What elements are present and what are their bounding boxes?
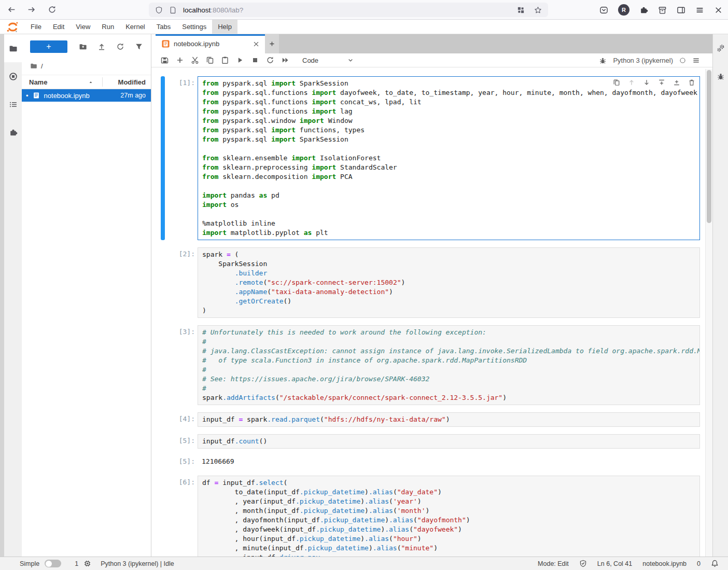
menu-item-kernel[interactable]: Kernel — [120, 20, 151, 34]
kernel-chip-icon[interactable] — [83, 560, 91, 567]
breadcrumb-root[interactable]: / — [41, 62, 43, 70]
cell-collapser[interactable] — [161, 412, 165, 427]
kernel-status-text[interactable]: Python 3 (ipykernel) | Idle — [101, 560, 174, 567]
close-window-icon[interactable] — [714, 6, 723, 15]
filter-icon[interactable] — [135, 43, 143, 51]
forward-icon[interactable] — [27, 5, 36, 14]
cell-editor[interactable]: # Unfortunately this is needed to work a… — [198, 325, 700, 405]
trust-shield-icon[interactable] — [579, 560, 587, 567]
column-name[interactable]: Name — [22, 78, 47, 86]
output-collapser[interactable] — [161, 455, 165, 468]
tab-label[interactable]: notebook.ipynb — [174, 40, 253, 48]
file-row-notebook[interactable]: • notebook.ipynb 27m ago — [22, 89, 151, 102]
save-button[interactable] — [161, 56, 169, 64]
notebook-scrollbar[interactable] — [705, 69, 712, 557]
menu-item-help[interactable]: Help — [212, 20, 237, 34]
bell-icon[interactable] — [711, 560, 719, 567]
insert-cell-button[interactable] — [176, 56, 184, 64]
menu-item-edit[interactable]: Edit — [47, 20, 70, 34]
file-list-header: Name Modified — [22, 75, 151, 89]
restart-run-all-button[interactable] — [281, 56, 289, 64]
interrupt-kernel-button[interactable] — [251, 56, 259, 64]
restart-kernel-button[interactable] — [266, 56, 274, 64]
delete-cell-button[interactable] — [688, 79, 695, 86]
reload-icon[interactable] — [48, 5, 57, 14]
containers-icon[interactable] — [517, 6, 525, 14]
tab-property-inspector[interactable] — [713, 34, 728, 62]
notebook-cell: [1]:from pyspark.sql import SparkSession… — [161, 76, 700, 240]
menu-item-settings[interactable]: Settings — [176, 20, 212, 34]
move-cell-down-button[interactable] — [643, 79, 650, 86]
column-modified[interactable]: Modified — [118, 78, 146, 86]
profile-avatar[interactable]: R — [618, 4, 629, 16]
tab-debugger[interactable] — [713, 62, 728, 90]
menu-item-run[interactable]: Run — [96, 20, 120, 34]
terminals-count[interactable]: 1 — [75, 560, 78, 567]
code-line: import pandas as pd — [202, 191, 695, 200]
cell-editor[interactable]: input_df.count() — [198, 434, 700, 449]
url-bar[interactable]: localhost:8080/lab? — [149, 3, 548, 17]
cell-editor[interactable]: from pyspark.sql import SparkSessionfrom… — [198, 76, 700, 240]
refresh-icon[interactable] — [116, 43, 124, 51]
notebook-scroll-area[interactable]: [1]:from pyspark.sql import SparkSession… — [151, 67, 712, 557]
mode-indicator[interactable]: Mode: Edit — [538, 560, 569, 567]
shield-icon[interactable] — [155, 6, 163, 14]
cell-editor[interactable]: spark = ( SparkSession .builder .remote(… — [198, 247, 700, 318]
cut-cells-button[interactable] — [191, 56, 199, 64]
cell-type-dropdown[interactable]: Code — [302, 57, 354, 64]
new-folder-icon[interactable] — [79, 43, 87, 51]
folder-icon[interactable] — [30, 62, 37, 69]
upload-icon[interactable] — [97, 43, 106, 51]
scrollbar-thumb[interactable] — [707, 70, 711, 223]
hamburger-menu-icon[interactable] — [695, 6, 704, 15]
cell-input-prompt: [2]: — [165, 247, 198, 318]
right-activity-bar — [712, 34, 728, 557]
tab-close-icon[interactable] — [253, 40, 260, 48]
cell-collapser[interactable] — [161, 325, 165, 405]
kernel-status-icon[interactable] — [679, 57, 686, 64]
cell-editor[interactable]: df = input_df.select( to_date(input_df.p… — [198, 476, 700, 557]
cell-editor[interactable]: input_df = spark.read.parquet("hdfs://hd… — [198, 412, 700, 427]
cursor-position[interactable]: Ln 6, Col 41 — [597, 560, 632, 567]
run-cell-button[interactable] — [236, 56, 244, 64]
menu-item-view[interactable]: View — [70, 20, 96, 34]
cell-output-text: 12106669 — [198, 455, 700, 468]
tab-file-browser[interactable] — [4, 34, 22, 62]
tab-notebook[interactable]: notebook.ipynb — [156, 34, 265, 53]
paste-cells-button[interactable] — [221, 56, 229, 64]
cell-collapser[interactable] — [161, 476, 165, 557]
cell-collapser[interactable] — [161, 76, 165, 240]
kernel-menu-icon[interactable] — [692, 57, 700, 64]
toc-icon — [9, 100, 18, 109]
debugger-bug-icon[interactable] — [599, 57, 607, 64]
cell-collapser[interactable] — [161, 434, 165, 449]
archive-icon[interactable] — [658, 6, 667, 15]
bookmark-star-icon[interactable] — [534, 6, 542, 14]
main-area: + / Name Modified • notebook.ipynb 27m a… — [0, 34, 728, 557]
insert-cell-above-button[interactable] — [658, 79, 665, 86]
code-line: , year(input_df.pickup_datetime).alias('… — [202, 497, 695, 506]
tab-running-sessions[interactable] — [4, 62, 22, 90]
pocket-icon[interactable] — [599, 6, 608, 15]
tab-table-of-contents[interactable] — [4, 90, 22, 118]
new-tab-button[interactable] — [265, 34, 279, 53]
duplicate-cell-button[interactable] — [613, 79, 620, 86]
menu-item-file[interactable]: File — [25, 20, 47, 34]
new-launcher-button[interactable]: + — [30, 40, 67, 53]
notifications-count[interactable]: 0 — [697, 560, 701, 567]
back-icon[interactable] — [7, 5, 16, 14]
breadcrumb[interactable]: / — [22, 59, 151, 73]
extensions-puzzle-icon[interactable] — [639, 6, 648, 15]
file-browser-toolbar: + — [22, 34, 151, 59]
cell-collapser[interactable] — [161, 247, 165, 318]
copy-cells-button[interactable] — [206, 56, 214, 64]
code-line: from pyspark.sql.window import Window — [202, 116, 695, 126]
menu-item-tabs[interactable]: Tabs — [151, 20, 176, 34]
insert-cell-below-button[interactable] — [673, 79, 680, 86]
simple-mode-toggle[interactable] — [45, 560, 61, 567]
page-icon[interactable] — [169, 6, 177, 14]
tab-extension-manager[interactable] — [4, 118, 22, 146]
sidebar-icon[interactable] — [677, 6, 685, 15]
kernel-name[interactable]: Python 3 (ipykernel) — [613, 57, 673, 64]
url-text[interactable]: localhost:8080/lab? — [183, 6, 517, 14]
